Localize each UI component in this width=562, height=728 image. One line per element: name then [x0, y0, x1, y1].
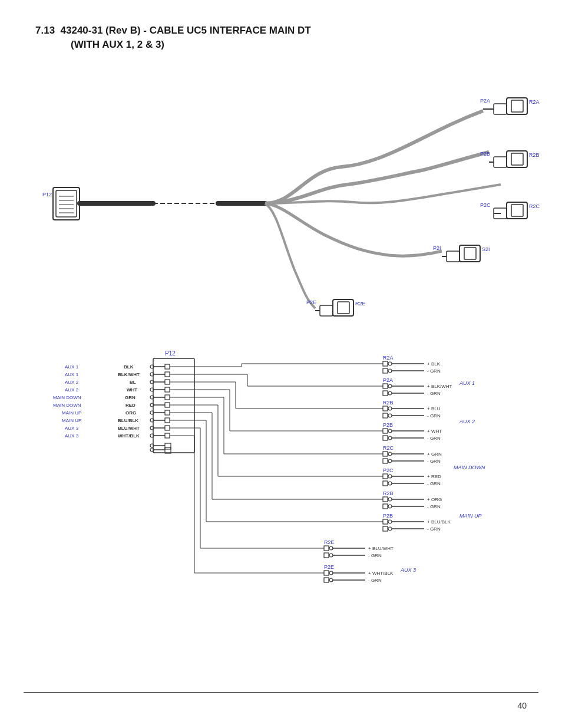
svg-point-123: [388, 414, 392, 417]
svg-rect-175: [324, 546, 329, 551]
svg-rect-141: [383, 459, 388, 463]
svg-text:- GRN: - GRN: [427, 481, 441, 486]
svg-text:+ ORG: + ORG: [427, 497, 442, 502]
svg-text:MAIN UP: MAIN UP: [62, 410, 81, 416]
svg-rect-36: [320, 305, 333, 316]
svg-point-176: [329, 546, 333, 550]
svg-rect-160: [383, 504, 388, 509]
title-line2: (WITH AUX 1, 2 & 3): [35, 39, 164, 50]
svg-text:MAIN DOWN: MAIN DOWN: [53, 403, 81, 408]
svg-point-132: [388, 436, 392, 440]
svg-rect-99: [383, 361, 388, 366]
svg-text:R2C: R2C: [529, 203, 540, 209]
svg-rect-28: [464, 248, 476, 259]
svg-text:MAIN DOWN: MAIN DOWN: [53, 395, 81, 400]
svg-text:P2C: P2C: [383, 467, 394, 473]
svg-rect-90: [165, 433, 170, 438]
svg-rect-169: [383, 526, 388, 531]
svg-text:AUX 3: AUX 3: [400, 567, 416, 573]
svg-text:P2B: P2B: [383, 422, 393, 428]
svg-text:BLK/WHT: BLK/WHT: [118, 372, 140, 377]
svg-text:+ BLK/WHT: + BLK/WHT: [427, 384, 452, 389]
svg-rect-18: [494, 157, 507, 167]
svg-text:+ WHT/BLK: + WHT/BLK: [368, 571, 394, 576]
svg-rect-60: [165, 387, 170, 392]
svg-text:RED: RED: [125, 403, 135, 408]
svg-text:AUX 2: AUX 2: [459, 419, 475, 424]
svg-text:R2A: R2A: [529, 99, 540, 105]
svg-rect-131: [383, 436, 388, 440]
svg-rect-75: [165, 410, 170, 415]
section-number: 7.13: [35, 25, 55, 36]
svg-text:+ BLU/WHT: + BLU/WHT: [368, 546, 394, 551]
svg-rect-10: [511, 100, 523, 112]
svg-point-157: [388, 498, 392, 501]
diagram-area: P12 R2A P2A R2B P2B: [35, 64, 527, 714]
svg-text:BLU/WHT: BLU/WHT: [118, 426, 140, 431]
svg-rect-184: [324, 571, 329, 575]
svg-text:AUX 1: AUX 1: [65, 364, 79, 370]
svg-text:- GRN: - GRN: [427, 459, 441, 464]
svg-text:- GRN: - GRN: [427, 504, 441, 509]
svg-text:- GRN: - GRN: [368, 553, 382, 558]
svg-text:AUX 2: AUX 2: [65, 380, 79, 385]
svg-text:MAIN DOWN: MAIN DOWN: [454, 465, 485, 470]
svg-text:P2B: P2B: [383, 513, 393, 519]
svg-point-180: [329, 554, 333, 557]
svg-text:P12: P12: [42, 192, 52, 197]
wiring-diagram: P12 R2A P2A R2B P2B: [35, 64, 550, 712]
svg-text:AUX 2: AUX 2: [65, 387, 79, 393]
svg-text:P2B: P2B: [480, 151, 490, 157]
svg-text:S2I: S2I: [482, 246, 490, 252]
svg-text:R2E: R2E: [324, 539, 335, 545]
svg-text:MAIN UP: MAIN UP: [62, 418, 81, 423]
svg-rect-137: [383, 452, 388, 456]
svg-text:+ WHT: + WHT: [427, 429, 442, 434]
svg-rect-146: [383, 474, 388, 479]
svg-text:- GRN: - GRN: [427, 368, 441, 374]
svg-rect-16: [511, 153, 523, 165]
bottom-border: [24, 692, 538, 693]
svg-rect-70: [165, 403, 170, 407]
svg-rect-85: [165, 426, 170, 430]
svg-text:R2C: R2C: [383, 445, 394, 451]
svg-point-142: [388, 459, 392, 463]
svg-rect-50: [165, 372, 170, 377]
svg-text:AUX 1: AUX 1: [459, 380, 475, 386]
svg-rect-165: [383, 519, 388, 524]
svg-text:P2E: P2E: [306, 299, 316, 305]
svg-text:+ BLU/BLK: + BLU/BLK: [427, 519, 451, 525]
svg-rect-122: [383, 413, 388, 418]
svg-text:R2E: R2E: [355, 301, 366, 307]
title-line1: 43240-31 (Rev B) - CABLE UC5 INTERFACE M…: [61, 25, 311, 36]
svg-point-109: [388, 384, 392, 388]
svg-point-113: [388, 391, 392, 395]
svg-rect-127: [383, 429, 388, 433]
svg-point-189: [329, 578, 333, 582]
svg-rect-12: [494, 104, 507, 114]
svg-text:BL: BL: [130, 380, 136, 385]
svg-point-100: [388, 362, 392, 365]
svg-text:- GRN: - GRN: [427, 413, 441, 419]
svg-rect-39: [153, 358, 194, 453]
svg-rect-55: [165, 380, 170, 384]
svg-text:R2A: R2A: [383, 355, 394, 361]
svg-text:WHT: WHT: [127, 387, 137, 393]
svg-text:BLU/BLK: BLU/BLK: [118, 418, 138, 423]
svg-text:+ GRN: + GRN: [427, 452, 442, 457]
svg-rect-30: [447, 251, 459, 262]
svg-text:P2C: P2C: [480, 202, 491, 208]
svg-text:BLK: BLK: [124, 364, 134, 370]
svg-rect-150: [383, 481, 388, 486]
svg-text:R2B: R2B: [529, 152, 540, 158]
svg-rect-108: [383, 384, 388, 388]
svg-point-147: [388, 475, 392, 478]
svg-point-185: [329, 571, 333, 575]
svg-point-104: [388, 369, 392, 373]
svg-point-161: [388, 505, 392, 508]
svg-text:MAIN UP: MAIN UP: [459, 513, 482, 519]
svg-text:ORG: ORG: [125, 410, 136, 416]
svg-text:+ RED: + RED: [427, 474, 441, 479]
svg-text:- GRN: - GRN: [427, 436, 441, 441]
svg-rect-188: [324, 578, 329, 582]
